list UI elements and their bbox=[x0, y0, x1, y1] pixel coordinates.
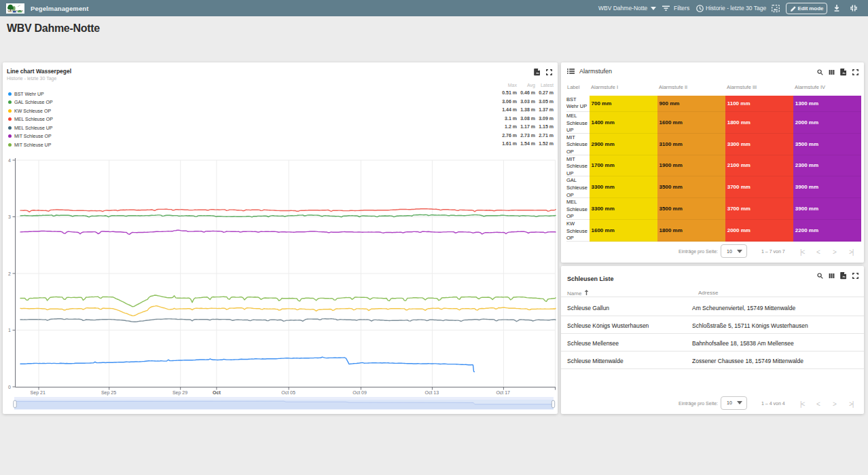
svg-text:Sep 21: Sep 21 bbox=[31, 390, 46, 396]
svg-text:Oct 17: Oct 17 bbox=[496, 390, 510, 395]
svg-text:2: 2 bbox=[8, 271, 11, 276]
svg-text:4: 4 bbox=[8, 158, 11, 163]
svg-text:0: 0 bbox=[8, 385, 11, 390]
svg-text:Sep 25: Sep 25 bbox=[101, 390, 116, 396]
svg-text:Oct 05: Oct 05 bbox=[281, 390, 295, 395]
svg-text:Oct: Oct bbox=[213, 390, 221, 395]
svg-text:Oct 13: Oct 13 bbox=[424, 390, 439, 395]
svg-text:Sep 29: Sep 29 bbox=[173, 390, 187, 396]
svg-text:3: 3 bbox=[8, 214, 11, 219]
svg-text:Oct 09: Oct 09 bbox=[352, 390, 367, 395]
svg-text:1: 1 bbox=[8, 328, 11, 332]
